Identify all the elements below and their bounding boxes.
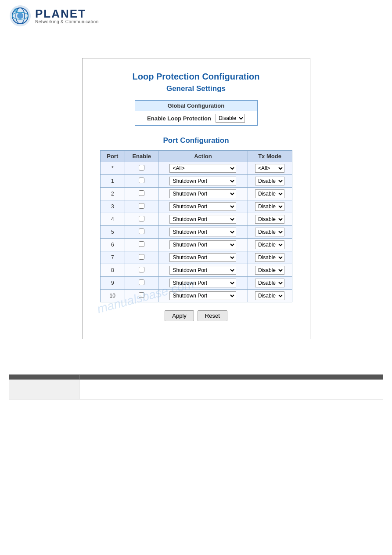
apply-button[interactable]: Apply xyxy=(165,310,194,321)
txmode-select[interactable]: DisableEnable xyxy=(255,202,284,211)
bottom-col2-header xyxy=(79,375,383,380)
action-select[interactable]: Shutdown PortShutdown Port and LogLog On… xyxy=(169,177,236,185)
star-enable-checkbox[interactable] xyxy=(139,165,144,170)
txmode-cell: DisableEnable xyxy=(248,277,292,290)
star-action-select[interactable]: <All> Shutdown Port Shutdown Port and Lo… xyxy=(169,164,236,173)
port-number-cell: 5 xyxy=(100,226,125,239)
action-cell: Shutdown PortShutdown Port and LogLog On… xyxy=(158,277,248,290)
enable-checkbox[interactable] xyxy=(139,241,144,247)
enable-loop-protection-select[interactable]: Disable Enable xyxy=(216,114,245,123)
action-select[interactable]: Shutdown PortShutdown Port and LogLog On… xyxy=(169,202,236,211)
table-row: 9Shutdown PortShutdown Port and LogLog O… xyxy=(100,277,292,290)
action-select[interactable]: Shutdown PortShutdown Port and LogLog On… xyxy=(169,240,236,249)
txmode-cell: DisableEnable xyxy=(248,226,292,239)
txmode-select[interactable]: DisableEnable xyxy=(255,240,284,249)
txmode-cell: DisableEnable xyxy=(248,264,292,277)
enable-cell xyxy=(125,175,158,188)
txmode-cell: DisableEnable xyxy=(248,239,292,251)
port-table: Port Enable Action Tx Mode * <All> xyxy=(100,150,292,302)
action-select[interactable]: Shutdown PortShutdown Port and LogLog On… xyxy=(169,215,236,224)
port-number-cell: 4 xyxy=(100,213,125,226)
global-config-header: Global Configuration xyxy=(135,101,257,111)
txmode-select[interactable]: DisableEnable xyxy=(255,215,284,224)
main-content: manualsbase.com Loop Protection Configur… xyxy=(0,32,392,357)
port-number-cell: 3 xyxy=(100,200,125,213)
enable-loop-protection-label: Enable Loop Protection xyxy=(147,115,211,122)
logo-planet-label: PLANET xyxy=(35,8,99,19)
port-number-cell: 9 xyxy=(100,277,125,290)
global-config-box: Global Configuration Enable Loop Protect… xyxy=(135,100,258,126)
table-row: 5Shutdown PortShutdown Port and LogLog O… xyxy=(100,226,292,239)
bottom-table xyxy=(9,374,383,399)
enable-cell xyxy=(125,277,158,290)
logo-text: PLANET Networking & Communication xyxy=(35,8,99,24)
txmode-select[interactable]: DisableEnable xyxy=(255,291,284,300)
txmode-select[interactable]: DisableEnable xyxy=(255,266,284,275)
enable-checkbox[interactable] xyxy=(139,178,144,183)
txmode-select[interactable]: DisableEnable xyxy=(255,279,284,287)
action-cell: Shutdown PortShutdown Port and LogLog On… xyxy=(158,290,248,302)
bottom-col1-cell xyxy=(9,380,79,399)
col-header-enable: Enable xyxy=(125,151,158,162)
action-cell: Shutdown PortShutdown Port and LogLog On… xyxy=(158,175,248,188)
port-number-cell: 1 xyxy=(100,175,125,188)
bottom-col1-header xyxy=(9,375,79,380)
enable-checkbox[interactable] xyxy=(139,229,144,234)
table-row: 3Shutdown PortShutdown Port and LogLog O… xyxy=(100,200,292,213)
action-cell: Shutdown PortShutdown Port and LogLog On… xyxy=(158,239,248,251)
button-row: Apply Reset xyxy=(100,310,292,321)
star-enable-cell xyxy=(125,162,158,175)
table-row: 1Shutdown PortShutdown Port and LogLog O… xyxy=(100,175,292,188)
star-action-cell: <All> Shutdown Port Shutdown Port and Lo… xyxy=(158,162,248,175)
port-number-cell: 8 xyxy=(100,264,125,277)
logo-area: PLANET Networking & Communication xyxy=(9,4,383,27)
action-select[interactable]: Shutdown PortShutdown Port and LogLog On… xyxy=(169,291,236,300)
txmode-cell: DisableEnable xyxy=(248,290,292,302)
action-select[interactable]: Shutdown PortShutdown Port and LogLog On… xyxy=(169,279,236,287)
enable-cell xyxy=(125,251,158,264)
general-settings-title: General Settings xyxy=(100,84,292,93)
txmode-select[interactable]: DisableEnable xyxy=(255,189,284,198)
action-select[interactable]: Shutdown PortShutdown Port and LogLog On… xyxy=(169,253,236,262)
enable-checkbox[interactable] xyxy=(139,279,144,285)
action-select[interactable]: Shutdown PortShutdown Port and LogLog On… xyxy=(169,189,236,198)
table-row: 7Shutdown PortShutdown Port and LogLog O… xyxy=(100,251,292,264)
table-row: 8Shutdown PortShutdown Port and LogLog O… xyxy=(100,264,292,277)
table-row: 4Shutdown PortShutdown Port and LogLog O… xyxy=(100,213,292,226)
txmode-select[interactable]: DisableEnable xyxy=(255,177,284,185)
enable-cell xyxy=(125,239,158,251)
logo-tagline-label: Networking & Communication xyxy=(35,19,99,24)
enable-checkbox[interactable] xyxy=(139,292,144,298)
enable-checkbox[interactable] xyxy=(139,254,144,260)
bottom-section xyxy=(9,374,383,399)
action-select[interactable]: Shutdown PortShutdown Port and LogLog On… xyxy=(169,228,236,236)
header: PLANET Networking & Communication xyxy=(0,0,392,32)
table-header-row: Port Enable Action Tx Mode xyxy=(100,151,292,162)
page-title: Loop Protection Configuration xyxy=(100,72,292,82)
txmode-cell: DisableEnable xyxy=(248,200,292,213)
enable-checkbox[interactable] xyxy=(139,267,144,272)
port-number-cell: 7 xyxy=(100,251,125,264)
txmode-cell: DisableEnable xyxy=(248,213,292,226)
star-txmode-select[interactable]: <All> Enable Disable xyxy=(255,164,284,173)
table-row: 6Shutdown PortShutdown Port and LogLog O… xyxy=(100,239,292,251)
txmode-cell: DisableEnable xyxy=(248,175,292,188)
enable-cell xyxy=(125,213,158,226)
enable-cell xyxy=(125,226,158,239)
action-cell: Shutdown PortShutdown Port and LogLog On… xyxy=(158,251,248,264)
txmode-select[interactable]: DisableEnable xyxy=(255,253,284,262)
star-txmode-cell: <All> Enable Disable xyxy=(248,162,292,175)
port-number-cell: 10 xyxy=(100,290,125,302)
txmode-cell: DisableEnable xyxy=(248,188,292,200)
txmode-select[interactable]: DisableEnable xyxy=(255,228,284,236)
enable-checkbox[interactable] xyxy=(139,190,144,196)
svg-point-5 xyxy=(14,8,18,13)
planet-logo-icon xyxy=(9,4,32,27)
enable-checkbox[interactable] xyxy=(139,203,144,209)
reset-button[interactable]: Reset xyxy=(198,310,227,321)
global-config-row: Enable Loop Protection Disable Enable xyxy=(135,111,257,125)
enable-checkbox[interactable] xyxy=(139,216,144,221)
action-cell: Shutdown PortShutdown Port and LogLog On… xyxy=(158,200,248,213)
action-select[interactable]: Shutdown PortShutdown Port and LogLog On… xyxy=(169,266,236,275)
txmode-cell: DisableEnable xyxy=(248,251,292,264)
